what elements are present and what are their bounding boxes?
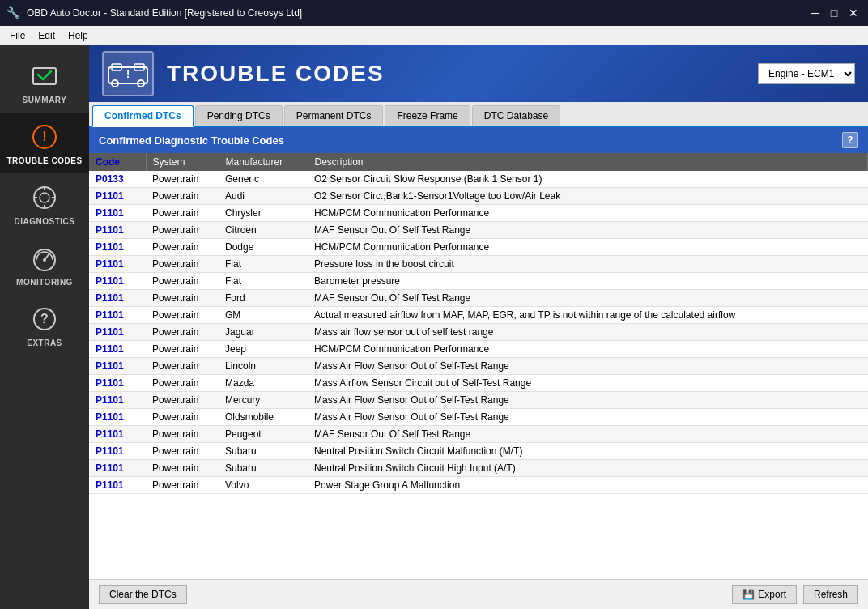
cell-code: P1101 bbox=[89, 273, 146, 290]
cell-code: P1101 bbox=[89, 188, 146, 205]
cell-manufacturer: Peugeot bbox=[219, 426, 308, 443]
cell-system: Powertrain bbox=[146, 392, 219, 409]
sidebar-item-trouble-codes[interactable]: ! TROUBLE CODES bbox=[0, 113, 89, 173]
clear-dtcs-button[interactable]: Clear the DTCs bbox=[99, 585, 187, 604]
cell-code: P1101 bbox=[89, 392, 146, 409]
menu-help[interactable]: Help bbox=[62, 28, 95, 43]
extras-icon: ? bbox=[28, 303, 61, 335]
main-layout: SUMMARY ! TROUBLE CODES bbox=[0, 45, 868, 609]
table-row[interactable]: P1101 Powertrain Peugeot MAF Sensor Out … bbox=[89, 426, 868, 443]
table-title: Confirmed Diagnostic Trouble Codes bbox=[99, 134, 284, 147]
table-row[interactable]: P1101 Powertrain Dodge HCM/PCM Communica… bbox=[89, 239, 868, 256]
export-button[interactable]: 💾 Export bbox=[732, 585, 797, 604]
dtc-table: Code System Manufacturer Description P01… bbox=[89, 153, 868, 494]
cell-code: P1101 bbox=[89, 460, 146, 477]
cell-code: P1101 bbox=[89, 358, 146, 375]
table-row[interactable]: P1101 Powertrain Volvo Power Stage Group… bbox=[89, 477, 868, 494]
cell-manufacturer: Mazda bbox=[219, 375, 308, 392]
tab-pending-dtcs[interactable]: Pending DTCs bbox=[195, 105, 283, 126]
cell-system: Powertrain bbox=[146, 409, 219, 426]
cell-manufacturer: Ford bbox=[219, 290, 308, 307]
col-header-description: Description bbox=[308, 153, 868, 171]
cell-description: Pressure loss in the boost circuit bbox=[308, 256, 868, 273]
table-row[interactable]: P1101 Powertrain Fiat Pressure loss in t… bbox=[89, 256, 868, 273]
refresh-button[interactable]: Refresh bbox=[803, 585, 858, 604]
col-header-manufacturer: Manufacturer bbox=[219, 153, 308, 171]
close-button[interactable]: ✕ bbox=[845, 5, 862, 21]
diagnostics-icon bbox=[28, 181, 61, 214]
menu-file[interactable]: File bbox=[3, 28, 32, 43]
tabs-bar: Confirmed DTCs Pending DTCs Permanent DT… bbox=[89, 102, 868, 127]
table-row[interactable]: P1101 Powertrain Citroen MAF Sensor Out … bbox=[89, 222, 868, 239]
cell-system: Powertrain bbox=[146, 358, 219, 375]
table-container[interactable]: Code System Manufacturer Description P01… bbox=[89, 153, 868, 579]
sidebar-item-diagnostics[interactable]: DIAGNOSTICS bbox=[0, 173, 89, 234]
cell-system: Powertrain bbox=[146, 273, 219, 290]
cell-manufacturer: Mercury bbox=[219, 392, 308, 409]
cell-description: MAF Sensor Out Of Self Test Range bbox=[308, 290, 868, 307]
sidebar-item-monitoring[interactable]: MONITORING bbox=[0, 234, 89, 295]
svg-text:!: ! bbox=[126, 67, 130, 80]
tab-confirmed-dtcs[interactable]: Confirmed DTCs bbox=[92, 105, 194, 127]
tab-dtc-database[interactable]: DTC Database bbox=[472, 105, 560, 126]
sidebar-label-monitoring: MONITORING bbox=[16, 278, 73, 287]
menu-edit[interactable]: Edit bbox=[32, 28, 62, 43]
footer: Clear the DTCs 💾 Export Refresh bbox=[89, 579, 868, 609]
table-row[interactable]: P1101 Powertrain Mercury Mass Air Flow S… bbox=[89, 392, 868, 409]
cell-description: HCM/PCM Communication Performance bbox=[308, 341, 868, 358]
table-row[interactable]: P1101 Powertrain Oldsmobile Mass Air Flo… bbox=[89, 409, 868, 426]
sidebar-label-diagnostics: DIAGNOSTICS bbox=[15, 217, 75, 226]
help-button[interactable]: ? bbox=[842, 132, 858, 148]
cell-code: P1101 bbox=[89, 307, 146, 324]
table-row[interactable]: P1101 Powertrain Ford MAF Sensor Out Of … bbox=[89, 290, 868, 307]
table-row[interactable]: P1101 Powertrain Jeep HCM/PCM Communicat… bbox=[89, 341, 868, 358]
table-row[interactable]: P1101 Powertrain Subaru Neutral Position… bbox=[89, 460, 868, 477]
footer-left: Clear the DTCs bbox=[99, 585, 187, 604]
tab-freeze-frame[interactable]: Freeze Frame bbox=[385, 105, 470, 126]
engine-selector[interactable]: Engine - ECM1 Engine - ECM2 bbox=[758, 63, 855, 84]
cell-description: Power Stage Group A Malfunction bbox=[308, 477, 868, 494]
cell-manufacturer: Fiat bbox=[219, 273, 308, 290]
table-row[interactable]: P0133 Powertrain Generic O2 Sensor Circu… bbox=[89, 171, 868, 188]
cell-code: P1101 bbox=[89, 205, 146, 222]
sidebar-label-extras: EXTRAS bbox=[27, 339, 62, 347]
sidebar-item-summary[interactable]: SUMMARY bbox=[0, 52, 89, 113]
cell-description: Mass Air Flow Sensor Out of Self-Test Ra… bbox=[308, 392, 868, 409]
cell-code: P1101 bbox=[89, 239, 146, 256]
cell-system: Powertrain bbox=[146, 375, 219, 392]
minimize-button[interactable]: ─ bbox=[806, 5, 823, 21]
cell-manufacturer: Oldsmobile bbox=[219, 409, 308, 426]
maximize-button[interactable]: □ bbox=[826, 5, 842, 21]
svg-text:?: ? bbox=[40, 312, 49, 326]
sidebar-label-trouble-codes: TROUBLE CODES bbox=[6, 156, 82, 165]
cell-description: Mass Air Flow Sensor Out of Self-Test Ra… bbox=[308, 358, 868, 375]
tab-permanent-dtcs[interactable]: Permanent DTCs bbox=[284, 105, 384, 126]
table-row[interactable]: P1101 Powertrain Jaguar Mass air flow se… bbox=[89, 324, 868, 341]
cell-code: P0133 bbox=[89, 171, 146, 188]
header-banner: ! TROUBLE CODES Engine - ECM1 Engine - E… bbox=[89, 45, 868, 102]
cell-description: Mass Air Flow Sensor Out of Self-Test Ra… bbox=[308, 409, 868, 426]
table-row[interactable]: P1101 Powertrain Subaru Neutral Position… bbox=[89, 443, 868, 460]
footer-right: 💾 Export Refresh bbox=[732, 585, 858, 604]
cell-system: Powertrain bbox=[146, 341, 219, 358]
table-row[interactable]: P1101 Powertrain Fiat Barometer pressure bbox=[89, 273, 868, 290]
table-row[interactable]: P1101 Powertrain Lincoln Mass Air Flow S… bbox=[89, 358, 868, 375]
table-row[interactable]: P1101 Powertrain Audi O2 Sensor Circ.,Ba… bbox=[89, 188, 868, 205]
cell-system: Powertrain bbox=[146, 443, 219, 460]
cell-code: P1101 bbox=[89, 426, 146, 443]
cell-code: P1101 bbox=[89, 256, 146, 273]
svg-text:!: ! bbox=[42, 130, 46, 143]
table-row[interactable]: P1101 Powertrain GM Actual measured airf… bbox=[89, 307, 868, 324]
cell-system: Powertrain bbox=[146, 307, 219, 324]
cell-manufacturer: Generic bbox=[219, 171, 308, 188]
titlebar: 🔧 OBD Auto Doctor - Standard Edition [Re… bbox=[0, 0, 868, 26]
cell-system: Powertrain bbox=[146, 188, 219, 205]
cell-description: HCM/PCM Communication Performance bbox=[308, 205, 868, 222]
cell-description: Mass Airflow Sensor Circuit out of Self-… bbox=[308, 375, 868, 392]
cell-manufacturer: Jaguar bbox=[219, 324, 308, 341]
sidebar-item-extras[interactable]: ? EXTRAS bbox=[0, 295, 89, 356]
table-row[interactable]: P1101 Powertrain Mazda Mass Airflow Sens… bbox=[89, 375, 868, 392]
save-icon: 💾 bbox=[742, 589, 755, 600]
table-row[interactable]: P1101 Powertrain Chrysler HCM/PCM Commun… bbox=[89, 205, 868, 222]
cell-system: Powertrain bbox=[146, 256, 219, 273]
